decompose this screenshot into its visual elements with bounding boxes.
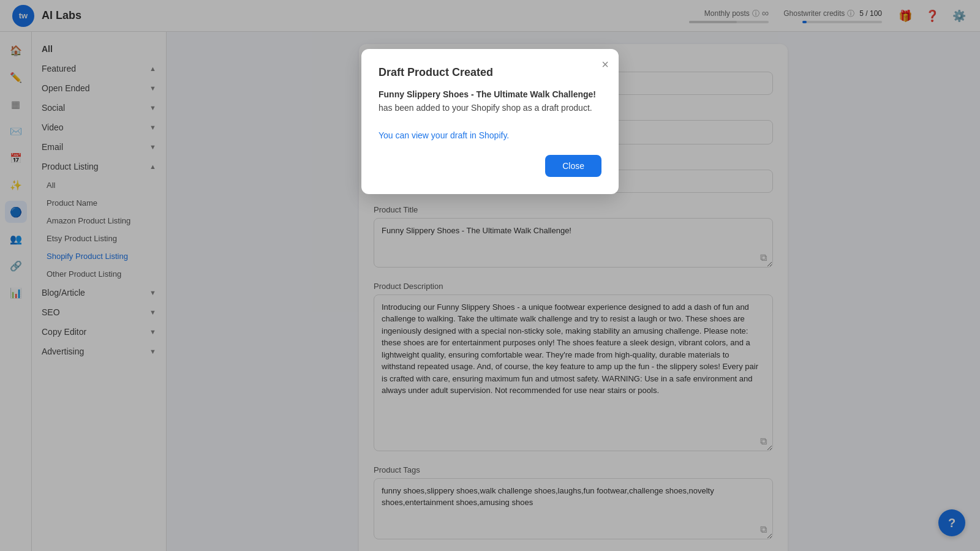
draft-created-modal: × Draft Product Created Funny Slippery S…	[361, 49, 619, 194]
modal-product-name: Funny Slippery Shoes - The Ultimate Walk…	[379, 89, 596, 99]
modal-overlay[interactable]: × Draft Product Created Funny Slippery S…	[0, 0, 980, 551]
modal-close-action-button[interactable]: Close	[545, 155, 601, 177]
modal-title: Draft Product Created	[379, 66, 601, 79]
modal-body: Funny Slippery Shoes - The Ultimate Walk…	[379, 88, 601, 143]
modal-body-text: has been added to your Shopify shop as a…	[379, 103, 592, 113]
modal-shopify-link[interactable]: You can view your draft in Shopify.	[379, 130, 509, 140]
modal-footer: Close	[379, 155, 601, 177]
modal-close-button[interactable]: ×	[601, 58, 609, 72]
